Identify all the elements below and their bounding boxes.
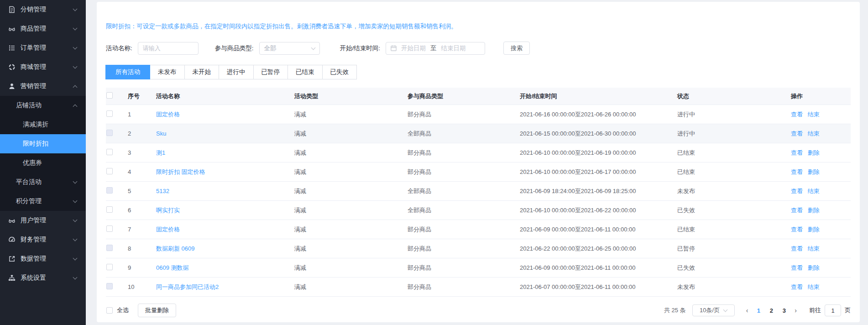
page-description: 限时折扣：可设定一款或多款商品，在指定时间段内以指定折扣出售。刺激消费者迅速下单… [106, 2, 851, 31]
table-row: 10 同一商品参加同已活动2 满减 部分商品 2021-06-07 00:00:… [106, 278, 851, 297]
date-range-picker[interactable]: 开始日期 至 结束日期 [386, 42, 485, 55]
select-all-header-checkbox[interactable] [106, 92, 113, 99]
batch-delete-button[interactable]: 批量删除 [138, 304, 176, 317]
status-filter-tab[interactable]: 已暂停 [253, 65, 288, 79]
activity-type-cell: 满减 [294, 264, 408, 272]
jump-page-input[interactable] [825, 304, 841, 316]
view-link[interactable]: 查看 [791, 168, 803, 175]
status-filter-tab[interactable]: 已结束 [288, 65, 323, 79]
activity-name-link[interactable]: 同一商品参加同已活动2 [156, 283, 219, 290]
sidebar-item-label: 商品管理 [21, 25, 46, 33]
start-date-placeholder[interactable]: 开始日期 [401, 44, 426, 52]
sidebar-item-platform-activity[interactable]: 平台活动 [0, 173, 86, 192]
view-link[interactable]: 查看 [791, 111, 803, 118]
row-action-link[interactable]: 删除 [808, 168, 820, 175]
row-checkbox[interactable] [106, 264, 113, 270]
sidebar-item-label: 积分管理 [16, 197, 42, 205]
sidebar-item-data[interactable]: 数据管理 [0, 249, 86, 268]
activity-name-link[interactable]: Sku [156, 130, 166, 137]
sidebar-item-mall[interactable]: 商城管理 [0, 58, 86, 77]
chevron-down-icon [73, 179, 78, 183]
row-action-link[interactable]: 删除 [808, 226, 820, 233]
page-number-button[interactable]: 2 [765, 307, 778, 314]
status-filter-tab[interactable]: 已失效 [322, 65, 357, 79]
actions-cell: 查看 结束 [791, 110, 851, 119]
header-index: 序号 [128, 92, 156, 100]
row-action-link[interactable]: 删除 [808, 149, 820, 156]
actions-cell: 查看 结束 [791, 245, 851, 253]
next-page-button[interactable]: › [790, 307, 801, 314]
sidebar-item-full-reduction[interactable]: 满减满折 [0, 115, 86, 134]
activity-name-link[interactable]: 0609 测数据 [156, 264, 189, 271]
status-filter-tab[interactable]: 进行中 [219, 65, 254, 79]
row-checkbox[interactable] [106, 130, 113, 136]
page-number-button[interactable]: 1 [752, 307, 765, 314]
activity-name-link[interactable]: 限时折扣 固定价格 [156, 168, 205, 175]
view-link[interactable]: 查看 [791, 226, 803, 233]
sidebar-item-settings[interactable]: 系统设置 [0, 268, 86, 288]
product-type-select[interactable]: 全部 [259, 42, 320, 55]
activity-name-link[interactable]: 5132 [156, 188, 169, 194]
status-filter-tab[interactable]: 未发布 [150, 65, 185, 79]
chevron-down-icon [73, 217, 78, 222]
view-link[interactable]: 查看 [791, 245, 803, 252]
row-checkbox[interactable] [106, 110, 113, 117]
header-activity-name: 活动名称 [156, 92, 294, 100]
row-checkbox[interactable] [106, 206, 113, 213]
row-action-link[interactable]: 结束 [808, 188, 820, 194]
row-checkbox[interactable] [106, 283, 113, 289]
row-index: 9 [128, 264, 156, 271]
activity-name-link[interactable]: 数据刷新 0609 [156, 245, 195, 252]
row-action-link[interactable]: 结束 [808, 283, 820, 290]
status-cell: 进行中 [677, 110, 791, 119]
sidebar-item-finance[interactable]: 财务管理 [0, 230, 86, 249]
row-checkbox[interactable] [106, 168, 113, 174]
activity-name-link[interactable]: 啊实打实 [156, 207, 180, 214]
sidebar-item-points[interactable]: 积分管理 [0, 192, 86, 211]
row-checkbox[interactable] [106, 187, 113, 194]
header-time-range: 开始/结束时间 [520, 92, 677, 100]
end-date-placeholder[interactable]: 结束日期 [441, 44, 466, 52]
mall-icon [8, 63, 16, 71]
sidebar-item-shop-activity[interactable]: 店铺活动 [0, 96, 86, 115]
sidebar-item-coupon[interactable]: 优惠券 [0, 153, 86, 173]
table-footer: 全选 批量删除 共 25 条 10条/页 ‹ 1 2 3 [106, 304, 851, 317]
page-number-button[interactable]: 3 [778, 307, 790, 314]
sidebar-item-goods[interactable]: 商品管理 [0, 19, 86, 38]
row-checkbox[interactable] [106, 225, 113, 232]
view-link[interactable]: 查看 [791, 264, 803, 271]
sidebar-item-limited-time-discount[interactable]: 限时折扣 [0, 134, 86, 153]
view-link[interactable]: 查看 [791, 149, 803, 156]
view-link[interactable]: 查看 [791, 207, 803, 214]
page-size-select[interactable]: 10条/页 [692, 304, 735, 316]
view-link[interactable]: 查看 [791, 130, 803, 137]
status-filter-tab[interactable]: 未开始 [184, 65, 220, 79]
row-action-link[interactable]: 删除 [808, 264, 820, 271]
row-checkbox[interactable] [106, 149, 113, 155]
time-range-cell: 2021-06-16 00:00:00至2021-06-26 00:00:00 [520, 110, 677, 119]
sidebar-item-marketing[interactable]: 营销管理 [0, 77, 86, 96]
row-checkbox[interactable] [106, 245, 113, 251]
row-index: 6 [128, 207, 156, 214]
status-filter-tab[interactable]: 所有活动 [105, 65, 150, 79]
row-action-link[interactable]: 删除 [808, 207, 820, 214]
row-action-link[interactable]: 结束 [808, 245, 820, 252]
view-link[interactable]: 查看 [791, 283, 803, 290]
select-all-checkbox[interactable] [106, 307, 113, 314]
prev-page-button[interactable]: ‹ [742, 307, 753, 314]
table-row: 6 啊实打实 满减 全部商品 2021-06-10 00:00:00至2021-… [106, 201, 851, 220]
row-action-link[interactable]: 结束 [808, 130, 820, 137]
search-button[interactable]: 搜索 [503, 42, 530, 55]
activity-name-link[interactable]: 测1 [156, 149, 165, 156]
sitemap-icon [8, 274, 16, 282]
activity-name-link[interactable]: 固定价格 [156, 111, 180, 118]
sidebar-item-distribution[interactable]: 分销管理 [0, 0, 86, 19]
sidebar-item-orders[interactable]: 订单管理 [0, 38, 86, 58]
row-action-link[interactable]: 结束 [808, 111, 820, 118]
activity-name-input[interactable] [138, 42, 199, 55]
view-link[interactable]: 查看 [791, 188, 803, 194]
sidebar-item-users[interactable]: 用户管理 [0, 211, 86, 230]
activity-name-link[interactable]: 固定价格 [156, 226, 180, 233]
time-range-cell: 2021-06-15 00:00:00至2021-06-30 00:00:00 [520, 130, 677, 138]
table-row: 9 0609 测数据 满减 部分商品 2021-06-09 00:00:00至2… [106, 258, 851, 278]
